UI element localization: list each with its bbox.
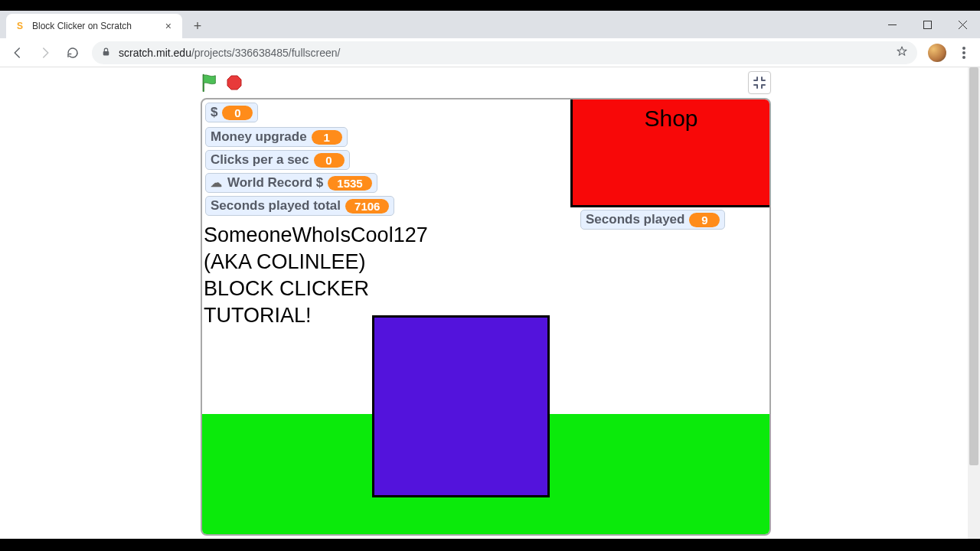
monitor-seconds-played[interactable]: Seconds played 9 (580, 210, 725, 230)
monitor-seconds-total[interactable]: Seconds played total 7106 (205, 196, 394, 216)
monitor-clicks-per-sec[interactable]: Clicks per a sec 0 (205, 150, 350, 170)
monitor-world-record[interactable]: ☁ World Record $ 1535 (205, 173, 377, 193)
scratch-stage: Shop SomeoneWhoIsCool127 (AKA COLINLEE) … (201, 98, 771, 536)
reload-button[interactable] (60, 41, 86, 64)
close-tab-icon[interactable]: × (162, 20, 175, 32)
tutorial-text: SomeoneWhoIsCool127 (AKA COLINLEE) BLOCK… (204, 222, 428, 329)
svg-rect-4 (103, 51, 109, 54)
tab-title: Block Clicker on Scratch (32, 21, 162, 31)
shop-button[interactable]: Shop (570, 99, 769, 207)
url-text: scratch.mit.edu/projects/336638485/fulls… (119, 47, 341, 59)
new-tab-button[interactable]: + (187, 15, 208, 37)
maximize-button[interactable] (910, 13, 945, 36)
back-button[interactable] (5, 41, 31, 64)
bookmark-star-icon[interactable] (896, 45, 908, 60)
browser-toolbar: scratch.mit.edu/projects/336638485/fulls… (0, 38, 980, 67)
page-viewport: Shop SomeoneWhoIsCool127 (AKA COLINLEE) … (0, 67, 980, 539)
clicker-block[interactable] (372, 315, 550, 497)
vertical-scrollbar[interactable] (968, 67, 980, 539)
forward-button[interactable] (32, 41, 58, 64)
cloud-icon: ☁ (211, 176, 222, 190)
scratch-favicon-icon: S (14, 20, 26, 32)
scratch-player-controls (201, 72, 771, 93)
browser-menu-button[interactable] (952, 47, 975, 59)
lock-icon (101, 47, 111, 59)
browser-tab[interactable]: S Block Clicker on Scratch × (6, 14, 182, 38)
scrollbar-thumb[interactable] (969, 67, 978, 465)
green-flag-button[interactable] (201, 73, 219, 92)
monitor-money-upgrade[interactable]: Money upgrade 1 (205, 127, 348, 147)
profile-avatar[interactable] (928, 44, 946, 62)
stop-button[interactable] (225, 73, 243, 92)
close-window-button[interactable] (945, 13, 980, 36)
browser-window: S Block Clicker on Scratch × + (0, 11, 980, 539)
svg-marker-9 (227, 76, 241, 90)
exit-fullscreen-button[interactable] (748, 71, 771, 94)
monitor-money[interactable]: $ 0 (205, 103, 258, 122)
svg-rect-1 (923, 21, 931, 28)
minimize-button[interactable] (874, 13, 910, 36)
shop-label: Shop (644, 106, 697, 205)
address-bar[interactable]: scratch.mit.edu/projects/336638485/fulls… (92, 41, 917, 64)
svg-point-7 (962, 56, 965, 59)
tab-strip: S Block Clicker on Scratch × + (0, 11, 980, 38)
svg-point-6 (962, 51, 965, 54)
svg-point-5 (962, 47, 965, 50)
